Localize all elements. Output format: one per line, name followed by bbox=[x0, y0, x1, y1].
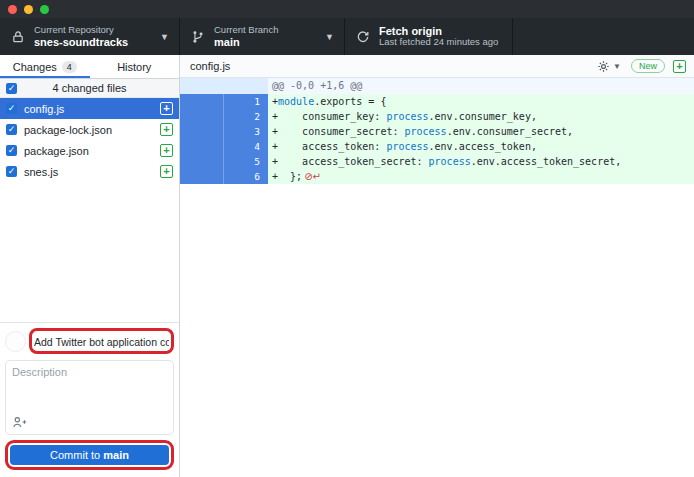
gutter-old-line-number[interactable] bbox=[180, 169, 224, 184]
sidebar: Changes 4 History ✓ 4 changed files ✓con… bbox=[0, 55, 180, 477]
toolbar: Current Repository snes-soundtracks ▼ Cu… bbox=[0, 18, 694, 55]
file-name: config.js bbox=[24, 103, 153, 115]
fetch-origin-button[interactable]: Fetch origin Last fetched 24 minutes ago bbox=[345, 18, 513, 55]
tab-history-label: History bbox=[117, 61, 151, 73]
repository-name: snes-soundtracks bbox=[34, 36, 154, 49]
github-desktop-window: Current Repository snes-soundtracks ▼ Cu… bbox=[0, 0, 694, 477]
diff-options-button[interactable]: ▼ bbox=[597, 60, 621, 73]
diff-line: 4+ access_token: process.env.access_toke… bbox=[180, 139, 694, 154]
avatar bbox=[5, 331, 26, 352]
commit-button-branch: main bbox=[103, 449, 129, 461]
diff-line: 6+ };⊘↵ bbox=[180, 169, 694, 184]
hunk-header-row: @@ -0,0 +1,6 @@ bbox=[180, 78, 694, 94]
branch-label: Current Branch bbox=[214, 25, 319, 36]
diff-line: 1+module.exports = { bbox=[180, 94, 694, 109]
file-added-icon: + bbox=[160, 102, 173, 115]
sidebar-empty-space bbox=[0, 182, 179, 322]
file-list: ✓config.js+✓package-lock.json+✓package.j… bbox=[0, 98, 179, 182]
file-row[interactable]: ✓snes.js+ bbox=[0, 161, 179, 182]
file-row[interactable]: ✓package.json+ bbox=[0, 140, 179, 161]
code-text: + consumer_key: process.env.consumer_key… bbox=[268, 109, 694, 124]
new-file-badge: New bbox=[631, 59, 665, 73]
zoom-window-button[interactable] bbox=[40, 5, 49, 14]
add-coauthor-icon[interactable] bbox=[12, 415, 28, 429]
commit-button[interactable]: Commit to main bbox=[10, 445, 169, 465]
gutter-old-line-number[interactable] bbox=[180, 154, 224, 169]
gutter-old-line-number[interactable] bbox=[180, 94, 224, 109]
tab-changes[interactable]: Changes 4 bbox=[0, 55, 90, 78]
commit-button-prefix: Commit to bbox=[50, 449, 103, 461]
no-newline-icon: ⊘↵ bbox=[302, 171, 321, 182]
branch-name: main bbox=[214, 36, 319, 49]
file-include-checkbox[interactable]: ✓ bbox=[6, 124, 17, 135]
hunk-header-text: @@ -0,0 +1,6 @@ bbox=[268, 78, 694, 94]
added-file-icon: + bbox=[673, 60, 686, 73]
file-include-checkbox[interactable]: ✓ bbox=[6, 103, 17, 114]
commit-description-input[interactable] bbox=[6, 361, 173, 413]
file-name: package.json bbox=[24, 145, 153, 157]
diff-line: 3+ consumer_secret: process.env.consumer… bbox=[180, 124, 694, 139]
commit-form: Commit to main bbox=[0, 322, 179, 477]
diff-line: 2+ consumer_key: process.env.consumer_ke… bbox=[180, 109, 694, 124]
diff-body: @@ -0,0 +1,6 @@ 1+module.exports = {2+ c… bbox=[180, 78, 694, 278]
minimize-window-button[interactable] bbox=[24, 5, 33, 14]
code-text: + access_token: process.env.access_token… bbox=[268, 139, 694, 154]
current-branch-button[interactable]: Current Branch main ▼ bbox=[180, 18, 345, 55]
summary-row bbox=[5, 328, 174, 354]
hunk-gutter[interactable] bbox=[180, 78, 268, 94]
gutter-new-line-number[interactable]: 3 bbox=[224, 124, 268, 139]
changes-count-badge: 4 bbox=[62, 61, 77, 73]
file-row[interactable]: ✓package-lock.json+ bbox=[0, 119, 179, 140]
changed-files-header: ✓ 4 changed files bbox=[0, 79, 179, 98]
gutter-old-line-number[interactable] bbox=[180, 109, 224, 124]
gutter-new-line-number[interactable]: 4 bbox=[224, 139, 268, 154]
gutter-new-line-number[interactable]: 1 bbox=[224, 94, 268, 109]
file-added-icon: + bbox=[160, 123, 173, 136]
chevron-down-icon: ▼ bbox=[613, 62, 621, 71]
tab-history[interactable]: History bbox=[90, 55, 180, 78]
lock-icon bbox=[10, 29, 26, 45]
gear-icon bbox=[597, 60, 610, 73]
commit-summary-input[interactable] bbox=[34, 336, 169, 348]
sync-icon bbox=[355, 29, 371, 45]
diff-line: 5+ access_token_secret: process.env.acce… bbox=[180, 154, 694, 169]
sidebar-tabs: Changes 4 History bbox=[0, 55, 179, 79]
diff-lines: 1+module.exports = {2+ consumer_key: pro… bbox=[180, 94, 694, 184]
gutter-new-line-number[interactable]: 6 bbox=[224, 169, 268, 184]
code-text: + access_token_secret: process.env.acces… bbox=[268, 154, 694, 169]
gutter-new-line-number[interactable]: 2 bbox=[224, 109, 268, 124]
diff-filename: config.js bbox=[190, 60, 597, 72]
toolbar-empty-space bbox=[513, 18, 694, 55]
gutter-new-line-number[interactable]: 5 bbox=[224, 154, 268, 169]
gutter-old-line-number[interactable] bbox=[180, 124, 224, 139]
diff-header: config.js ▼ New + bbox=[180, 55, 694, 78]
code-text: + };⊘↵ bbox=[268, 169, 694, 184]
git-branch-icon bbox=[190, 29, 206, 45]
fetch-detail: Last fetched 24 minutes ago bbox=[379, 37, 502, 48]
title-bar bbox=[0, 0, 694, 18]
file-added-icon: + bbox=[160, 144, 173, 157]
file-added-icon: + bbox=[160, 165, 173, 178]
code-text: +module.exports = { bbox=[268, 94, 694, 109]
tab-changes-label: Changes bbox=[13, 61, 57, 73]
file-include-checkbox[interactable]: ✓ bbox=[6, 145, 17, 156]
diff-empty-area bbox=[180, 278, 694, 477]
red-annotation-commit-button: Commit to main bbox=[5, 440, 174, 470]
file-include-checkbox[interactable]: ✓ bbox=[6, 166, 17, 177]
red-annotation-summary bbox=[29, 328, 174, 354]
chevron-down-icon: ▼ bbox=[160, 32, 169, 42]
description-box bbox=[5, 360, 174, 435]
chevron-down-icon: ▼ bbox=[325, 32, 334, 42]
file-name: package-lock.json bbox=[24, 124, 153, 136]
repository-label: Current Repository bbox=[34, 25, 154, 36]
diff-panel: config.js ▼ New + @@ -0,0 +1,6 @@ 1+modu… bbox=[180, 55, 694, 477]
code-text: + consumer_secret: process.env.consumer_… bbox=[268, 124, 694, 139]
current-repository-button[interactable]: Current Repository snes-soundtracks ▼ bbox=[0, 18, 180, 55]
main-area: Changes 4 History ✓ 4 changed files ✓con… bbox=[0, 55, 694, 477]
gutter-old-line-number[interactable] bbox=[180, 139, 224, 154]
file-name: snes.js bbox=[24, 166, 153, 178]
close-window-button[interactable] bbox=[8, 5, 17, 14]
file-row[interactable]: ✓config.js+ bbox=[0, 98, 179, 119]
changed-files-count: 4 changed files bbox=[0, 82, 179, 94]
